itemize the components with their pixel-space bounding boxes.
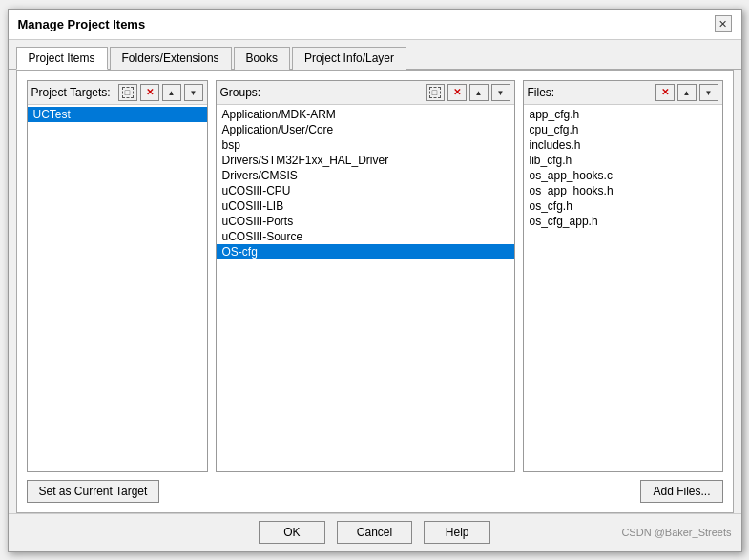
list-item[interactable]: os_cfg.h: [524, 198, 722, 214]
list-item[interactable]: includes.h: [524, 137, 722, 153]
groups-panel-label: Groups:: [220, 86, 423, 99]
delete-icon: ✕: [453, 87, 461, 97]
manage-project-items-dialog: Manage Project Items ✕ Project Items Fol…: [8, 9, 742, 552]
list-item[interactable]: uCOSIII-LIB: [217, 198, 514, 214]
help-button[interactable]: Help: [424, 521, 490, 544]
ok-button[interactable]: OK: [259, 521, 325, 544]
list-item[interactable]: bsp: [217, 137, 514, 153]
groups-new-button[interactable]: □: [426, 84, 445, 101]
list-item[interactable]: uCOSIII-Ports: [217, 214, 514, 229]
down-icon: [190, 87, 198, 97]
down-icon: [497, 87, 505, 97]
close-button[interactable]: ✕: [715, 15, 732, 32]
tab-books[interactable]: Books: [234, 47, 290, 70]
list-item[interactable]: app_cfg.h: [524, 107, 722, 122]
list-item[interactable]: os_cfg_app.h: [524, 214, 722, 229]
targets-new-button[interactable]: □: [118, 84, 137, 101]
groups-list[interactable]: Application/MDK-ARMApplication/User/Core…: [217, 105, 514, 471]
dialog-footer: OK Cancel CSDN @Baker_Streets Help: [9, 513, 741, 551]
targets-panel-header: Project Targets: □ ✕: [28, 81, 207, 105]
close-icon: ✕: [718, 18, 727, 31]
files-panel-label: Files:: [528, 86, 653, 99]
bottom-actions: Set as Current Target Add Files...: [27, 480, 723, 503]
list-item[interactable]: lib_cfg.h: [524, 153, 722, 168]
up-icon: [683, 87, 691, 97]
files-down-button[interactable]: [699, 84, 718, 101]
files-up-button[interactable]: [677, 84, 697, 101]
files-panel-header: Files: ✕: [524, 81, 722, 105]
list-item[interactable]: OS-cfg: [217, 244, 514, 259]
title-bar: Manage Project Items ✕: [9, 10, 741, 40]
list-item[interactable]: Drivers/STM32F1xx_HAL_Driver: [217, 153, 514, 168]
up-icon: [168, 87, 176, 97]
list-item[interactable]: Application/User/Core: [217, 122, 514, 137]
cancel-button[interactable]: Cancel: [337, 521, 412, 544]
panels-row: Project Targets: □ ✕ UCTest: [27, 80, 723, 472]
groups-delete-button[interactable]: ✕: [447, 84, 467, 101]
groups-down-button[interactable]: [491, 84, 510, 101]
new-icon: □: [429, 87, 441, 98]
up-icon: [475, 87, 483, 97]
list-item[interactable]: os_app_hooks.h: [524, 183, 722, 198]
tab-folders-extensions[interactable]: Folders/Extensions: [110, 47, 232, 70]
list-item[interactable]: cpu_cfg.h: [524, 122, 722, 137]
list-item[interactable]: Application/MDK-ARM: [217, 107, 514, 122]
list-item[interactable]: uCOSIII-Source: [217, 229, 514, 244]
files-delete-button[interactable]: ✕: [655, 84, 675, 101]
targets-down-button[interactable]: [184, 84, 203, 101]
set-current-target-button[interactable]: Set as Current Target: [27, 480, 160, 503]
groups-panel-header: Groups: □ ✕: [217, 81, 514, 105]
targets-list[interactable]: UCTest: [28, 105, 207, 471]
files-panel: Files: ✕ app_cfg.hcpu_cfg.hincludes.hlib…: [523, 80, 723, 472]
tab-bar: Project Items Folders/Extensions Books P…: [9, 40, 741, 70]
list-item[interactable]: os_app_hooks.c: [524, 168, 722, 183]
targets-delete-button[interactable]: ✕: [140, 84, 159, 101]
groups-up-button[interactable]: [469, 84, 489, 101]
down-icon: [705, 87, 713, 97]
targets-up-button[interactable]: [162, 84, 181, 101]
add-files-button[interactable]: Add Files...: [640, 480, 722, 503]
groups-panel: Groups: □ ✕ Application/MDK-ARMAppli: [216, 80, 515, 472]
list-item[interactable]: UCTest: [28, 107, 207, 122]
targets-panel: Project Targets: □ ✕ UCTest: [27, 80, 208, 472]
tab-content: Project Targets: □ ✕ UCTest: [16, 70, 734, 513]
delete-icon: ✕: [661, 87, 669, 97]
targets-panel-label: Project Targets:: [31, 86, 115, 99]
watermark-text: CSDN @Baker_Streets: [621, 527, 731, 538]
delete-icon: ✕: [146, 87, 154, 97]
new-icon: □: [122, 87, 134, 98]
files-list[interactable]: app_cfg.hcpu_cfg.hincludes.hlib_cfg.hos_…: [524, 105, 722, 471]
tab-project-items[interactable]: Project Items: [16, 47, 108, 70]
list-item[interactable]: Drivers/CMSIS: [217, 168, 514, 183]
tab-project-info-layer[interactable]: Project Info/Layer: [292, 47, 406, 70]
dialog-title: Manage Project Items: [18, 17, 146, 31]
list-item[interactable]: uCOSIII-CPU: [217, 183, 514, 198]
